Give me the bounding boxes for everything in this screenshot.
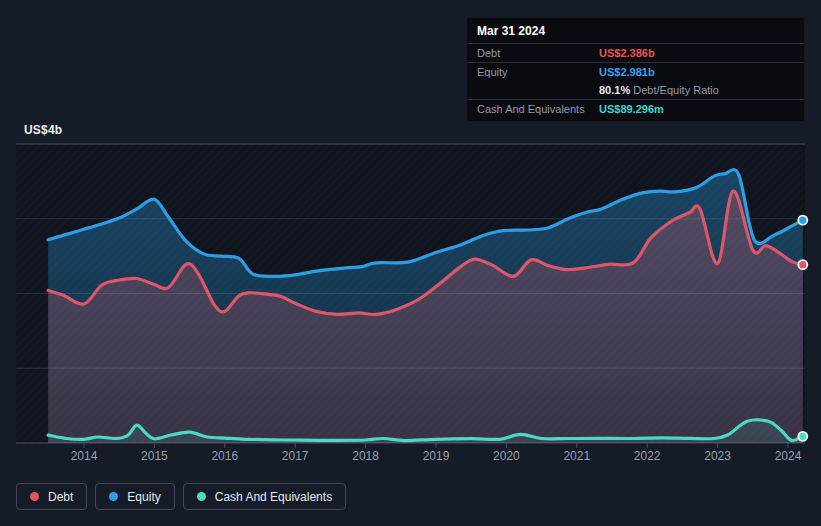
equity-dot-icon xyxy=(109,492,118,501)
tooltip-cash-label: Cash And Equivalents xyxy=(477,102,599,116)
debt-endpoint-dot xyxy=(798,260,807,269)
tooltip-row-ratio: 80.1% Debt/Equity Ratio xyxy=(467,81,804,100)
ratio-caption: Debt/Equity Ratio xyxy=(633,84,719,96)
tick-label-2018: 2018 xyxy=(352,449,379,463)
tick-label-2015: 2015 xyxy=(141,449,168,463)
cash-and-equivalents-endpoint-dot xyxy=(798,432,807,441)
tooltip-equity-label: Equity xyxy=(477,65,599,79)
tick-label-2021: 2021 xyxy=(563,449,590,463)
cash-dot-icon xyxy=(197,492,206,501)
tooltip-row-debt: Debt US$2.386b xyxy=(467,44,804,63)
x-axis: 2014201520162017201820192020202120222023… xyxy=(71,443,802,463)
tooltip-debt-value: US$2.386b xyxy=(599,46,655,60)
tick-label-2020: 2020 xyxy=(493,449,520,463)
tick-label-2016: 2016 xyxy=(211,449,238,463)
debt-equity-area-chart[interactable]: 2014201520162017201820192020202120222023… xyxy=(16,143,805,473)
tick-label-2023: 2023 xyxy=(704,449,731,463)
plot-texture xyxy=(16,143,805,443)
tick-label-2022: 2022 xyxy=(634,449,661,463)
tooltip-equity-value: US$2.981b xyxy=(599,65,655,79)
tooltip-row-cash: Cash And Equivalents US$89.296m xyxy=(467,100,804,121)
tooltip-row-equity: Equity US$2.981b xyxy=(467,63,804,81)
tooltip-cash-value: US$89.296m xyxy=(599,102,664,116)
legend-debt-label: Debt xyxy=(48,490,73,504)
legend-cash-label: Cash And Equivalents xyxy=(215,490,332,504)
tooltip-ratio-value: 80.1% Debt/Equity Ratio xyxy=(599,83,719,97)
equity-endpoint-dot xyxy=(798,216,807,225)
legend-item-debt[interactable]: Debt xyxy=(16,483,87,510)
tick-label-2024: 2024 xyxy=(775,449,802,463)
legend-item-cash[interactable]: Cash And Equivalents xyxy=(183,483,346,510)
tick-label-2019: 2019 xyxy=(423,449,450,463)
tooltip-date: Mar 31 2024 xyxy=(467,18,804,44)
tooltip-debt-label: Debt xyxy=(477,46,599,60)
legend: Debt Equity Cash And Equivalents xyxy=(16,483,346,510)
legend-equity-label: Equity xyxy=(127,490,160,504)
debt-equity-history-panel: US$4b US$0 20142015201620172018201920202… xyxy=(0,0,821,526)
chart-tooltip: Mar 31 2024 Debt US$2.386b Equity US$2.9… xyxy=(466,17,805,122)
y-axis-label-top: US$4b xyxy=(24,123,62,137)
tick-label-2017: 2017 xyxy=(282,449,309,463)
tick-label-2014: 2014 xyxy=(71,449,98,463)
legend-item-equity[interactable]: Equity xyxy=(95,483,174,510)
debt-dot-icon xyxy=(30,492,39,501)
ratio-percent: 80.1% xyxy=(599,84,630,96)
